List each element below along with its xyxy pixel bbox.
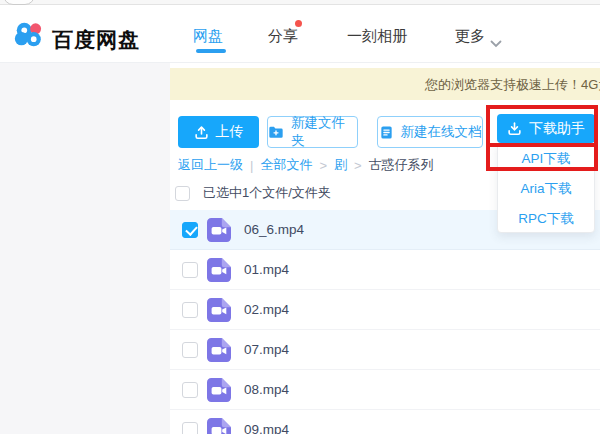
sidebar — [0, 63, 170, 434]
browser-strip — [0, 0, 600, 5]
app-window: 百度网盘 网盘 分享 一刻相册 更多 全部文件 图片 文档 视频 种子 音 — [0, 0, 600, 434]
menu-item-rpc-download[interactable]: RPC下载 — [498, 204, 594, 234]
folder-plus-icon — [268, 125, 284, 140]
browser-tab-corner — [3, 0, 35, 5]
breadcrumb-all-files-link[interactable]: 全部文件 — [260, 156, 312, 174]
header: 百度网盘 网盘 分享 一刻相册 更多 — [0, 5, 600, 63]
baidu-netdisk-logo-icon — [12, 19, 46, 53]
video-file-icon — [207, 338, 231, 362]
notice-text: 您的浏览器支持极速上传！4G大 — [425, 76, 600, 94]
breadcrumb-folder-link[interactable]: 剧 — [334, 156, 347, 174]
new-folder-button[interactable]: 新建文件夹 — [267, 116, 358, 148]
file-name: 06_6.mp4 — [244, 222, 304, 237]
tab-share[interactable]: 分享 — [268, 27, 298, 46]
selection-bar: 已选中1个文件/文件夹 — [175, 184, 331, 202]
row-checkbox[interactable] — [182, 422, 198, 434]
row-checkbox[interactable] — [182, 382, 198, 398]
file-name: 07.mp4 — [244, 342, 289, 357]
menu-item-aria-download[interactable]: Aria下载 — [498, 174, 594, 204]
tab-moment-album[interactable]: 一刻相册 — [347, 27, 407, 46]
file-name: 02.mp4 — [244, 302, 289, 317]
upload-button-label: 上传 — [216, 123, 244, 141]
breadcrumb-current-folder: 古惑仔系列 — [369, 156, 434, 174]
download-icon — [507, 121, 522, 136]
breadcrumb-back-link[interactable]: 返回上一级 — [178, 156, 243, 174]
file-name: 09.mp4 — [244, 422, 289, 434]
file-row[interactable]: 07.mp4 — [170, 330, 600, 370]
video-file-icon — [207, 418, 231, 434]
video-file-icon — [207, 218, 231, 242]
tab-netdisk[interactable]: 网盘 — [193, 27, 223, 46]
file-name: 08.mp4 — [244, 382, 289, 397]
download-helper-button-label: 下载助手 — [529, 120, 585, 138]
file-row[interactable]: 08.mp4 — [170, 370, 600, 410]
new-online-doc-button-label: 新建在线文档 — [401, 123, 482, 141]
download-helper-menu: API下载 Aria下载 RPC下载 — [497, 143, 595, 233]
row-checkbox[interactable] — [182, 342, 198, 358]
breadcrumb-divider: | — [250, 158, 253, 173]
video-file-icon — [207, 258, 231, 282]
file-name: 01.mp4 — [244, 262, 289, 277]
chevron-down-icon — [490, 34, 502, 52]
document-icon — [379, 125, 394, 140]
row-checkbox[interactable] — [182, 262, 198, 278]
new-folder-button-label: 新建文件夹 — [291, 114, 357, 150]
active-tab-underline — [196, 49, 226, 53]
upload-icon — [194, 125, 209, 140]
breadcrumb: 返回上一级 | 全部文件 > 剧 > 古惑仔系列 — [178, 156, 434, 174]
select-all-checkbox[interactable] — [175, 186, 190, 201]
file-row[interactable]: 01.mp4 — [170, 250, 600, 290]
file-row[interactable]: 02.mp4 — [170, 290, 600, 330]
file-row[interactable]: 09.mp4 — [170, 410, 600, 434]
share-notification-dot — [295, 20, 302, 27]
menu-item-api-download[interactable]: API下载 — [498, 144, 594, 174]
upload-button[interactable]: 上传 — [178, 116, 259, 148]
download-helper-button[interactable]: 下载助手 — [497, 114, 595, 143]
row-checkbox[interactable] — [182, 222, 198, 238]
tab-more[interactable]: 更多 — [455, 27, 485, 46]
new-online-doc-button[interactable]: 新建在线文档 — [377, 116, 483, 148]
breadcrumb-arrow: > — [354, 158, 362, 173]
video-file-icon — [207, 298, 231, 322]
brand-title: 百度网盘 — [52, 26, 140, 54]
breadcrumb-arrow: > — [319, 158, 327, 173]
row-checkbox[interactable] — [182, 302, 198, 318]
selection-summary: 已选中1个文件/文件夹 — [203, 184, 331, 202]
video-file-icon — [207, 378, 231, 402]
